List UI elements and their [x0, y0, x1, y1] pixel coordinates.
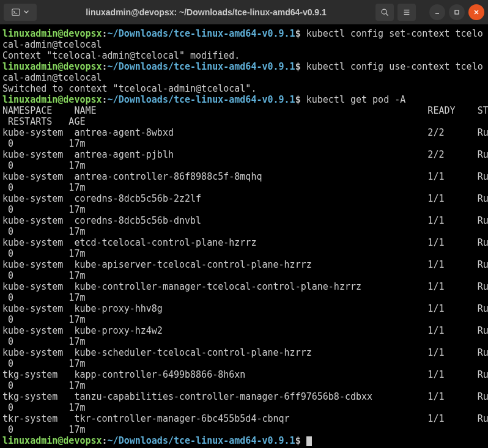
search-icon: [380, 8, 389, 17]
maximize-icon: [454, 9, 460, 15]
terminal-icon: [12, 8, 20, 17]
cursor: [306, 436, 312, 446]
minimize-button[interactable]: [429, 4, 445, 20]
terminal-output[interactable]: linuxadmin@devopsx:~/Downloads/tce-linux…: [0, 24, 488, 447]
window-titlebar: linuxadmin@devopsx: ~/Downloads/tce-linu…: [0, 0, 488, 24]
window-title: linuxadmin@devopsx: ~/Downloads/tce-linu…: [37, 7, 375, 17]
menu-button[interactable]: [397, 4, 416, 21]
svg-rect-7: [455, 10, 459, 14]
svg-rect-0: [12, 9, 20, 15]
maximize-button[interactable]: [449, 4, 465, 20]
close-button[interactable]: [468, 4, 484, 20]
minimize-icon: [434, 9, 440, 15]
search-button[interactable]: [375, 4, 394, 21]
new-tab-button[interactable]: [4, 4, 37, 21]
chevron-down-icon: [24, 10, 29, 15]
svg-line-2: [386, 13, 388, 15]
close-icon: [473, 9, 479, 15]
hamburger-icon: [402, 8, 411, 17]
